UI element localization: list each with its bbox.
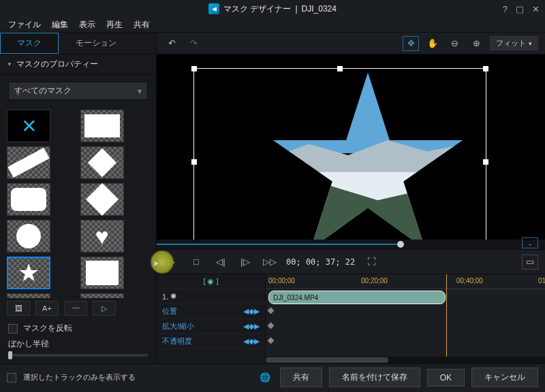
- preview-toolbar: ↶ ↷ ✥ ✋ ⊖ ⊕ フィット: [157, 33, 545, 54]
- zoom-out-icon[interactable]: ⊖: [446, 36, 463, 51]
- tab-motion[interactable]: モーション: [59, 33, 134, 54]
- zoom-fit-select[interactable]: フィット: [490, 36, 538, 50]
- mask-filter-dropdown[interactable]: すべてのマスク: [8, 82, 148, 100]
- playhead[interactable]: [446, 274, 447, 363]
- left-panel: マスク モーション マスクのプロパティー すべてのマスク ✕ ♥ ★ ✸ ☁ 🖼…: [0, 33, 157, 363]
- blur-radius-slider[interactable]: [8, 354, 148, 357]
- transport-bar: ➤ ▷ □ ◁| |▷ ▷▷ 00; 00; 37; 22 ⛶ ▭ ⌄: [157, 249, 545, 274]
- collapse-icon[interactable]: ⌄: [522, 238, 538, 248]
- scrub-bar[interactable]: [157, 240, 545, 249]
- invert-mask-label: マスクを反転: [23, 323, 72, 334]
- mask-stamp[interactable]: [80, 257, 124, 289]
- invert-mask-checkbox[interactable]: [8, 324, 18, 333]
- timeline-tracks[interactable]: 00;00;00 00;20;00 00;40;00 01;00 DJI_032…: [266, 274, 545, 363]
- redo-icon[interactable]: ↷: [185, 36, 202, 51]
- menu-edit[interactable]: 編集: [52, 19, 68, 31]
- prop-scale[interactable]: 拡大/縮小◀◆▶: [157, 319, 265, 334]
- globe-icon[interactable]: 🌐: [257, 370, 273, 385]
- image-tool-icon[interactable]: 🖼: [7, 301, 30, 316]
- file-name: DJI_0324: [302, 4, 337, 14]
- fast-forward-icon[interactable]: ▷▷: [262, 255, 278, 270]
- share-button[interactable]: 共有: [280, 368, 322, 387]
- mask-diag-strip[interactable]: [7, 146, 50, 179]
- mask-rect[interactable]: [80, 110, 124, 142]
- prop-opacity[interactable]: 不透明度◀◆▶: [157, 334, 265, 349]
- undo-icon[interactable]: ↶: [164, 36, 180, 51]
- menu-view[interactable]: 表示: [79, 19, 95, 31]
- mask-cloud[interactable]: ☁: [80, 293, 124, 298]
- save-as-button[interactable]: 名前を付けて保存: [329, 368, 420, 387]
- timeline: [ ◉ ] 1. ✱ 位置◀◆▶ 拡大/縮小◀◆▶ 不透明度◀◆▶ 00;00;…: [157, 274, 545, 363]
- titlebar: ◀ マスク デザイナー | DJI_0324 ? ▢ ✕: [0, 0, 545, 18]
- timeline-scrollbar[interactable]: [266, 357, 545, 363]
- mask-rhombus[interactable]: [80, 183, 124, 216]
- clip-dji[interactable]: DJI_0324.MP4: [268, 291, 446, 304]
- cancel-button[interactable]: キャンセル: [471, 368, 538, 387]
- window-title: ◀ マスク デザイナー | DJI_0324: [208, 3, 337, 15]
- mask-grid: ✕ ♥ ★ ✸ ☁: [0, 107, 156, 298]
- next-frame-icon[interactable]: |▷: [237, 255, 253, 270]
- mask-circle[interactable]: [7, 220, 50, 252]
- mask-none[interactable]: ✕: [7, 110, 50, 142]
- close-icon[interactable]: ✕: [532, 4, 540, 14]
- time-ruler[interactable]: 00;00;00 00;20;00 00;40;00 01;00: [266, 274, 545, 289]
- masked-video: [269, 69, 467, 240]
- app-logo-icon: ◀: [208, 3, 219, 14]
- fullscreen-icon[interactable]: ⛶: [363, 255, 379, 270]
- mask-star[interactable]: ★: [7, 257, 50, 289]
- prev-frame-icon[interactable]: ◁|: [213, 255, 229, 270]
- show-selected-checkbox[interactable]: [7, 373, 16, 382]
- invert-mask-row[interactable]: マスクを反転: [0, 318, 156, 338]
- cursor-highlight: ➤: [150, 250, 174, 274]
- menu-share[interactable]: 共有: [134, 19, 150, 31]
- footer: 選択したトラックのみを表示する 🌐 共有 名前を付けて保存 OK キャンセル: [0, 363, 545, 391]
- tab-mask[interactable]: マスク: [0, 33, 59, 54]
- prop-position[interactable]: 位置◀◆▶: [157, 304, 265, 319]
- blur-radius-label: ぼかし半径: [8, 339, 49, 348]
- app-name: マスク デザイナー: [223, 3, 291, 15]
- transform-bbox[interactable]: [193, 68, 486, 240]
- mask-tools: 🖼 A+ 〰 ▷: [0, 298, 156, 318]
- preview-canvas[interactable]: [157, 54, 545, 240]
- mask-rounded[interactable]: [7, 183, 50, 216]
- pen-tool-icon[interactable]: ▷: [93, 301, 116, 316]
- zoom-in-icon[interactable]: ⊕: [468, 36, 484, 51]
- track-header[interactable]: [ ◉ ]: [157, 274, 265, 289]
- title-sep: |: [295, 4, 297, 14]
- mask-heart[interactable]: ♥: [80, 220, 124, 252]
- snapshot-icon[interactable]: ▭: [522, 255, 538, 270]
- menu-file[interactable]: ファイル: [8, 19, 41, 31]
- move-icon[interactable]: ✥: [403, 36, 419, 51]
- hand-icon[interactable]: ✋: [424, 36, 441, 51]
- mask-diamond[interactable]: [80, 146, 124, 179]
- menu-play[interactable]: 再生: [106, 19, 123, 31]
- show-selected-label: 選択したトラックのみを表示する: [23, 372, 136, 382]
- menubar: ファイル 編集 表示 再生 共有: [0, 18, 545, 33]
- brush-tool-icon[interactable]: 〰: [64, 301, 87, 316]
- help-icon[interactable]: ?: [503, 4, 508, 14]
- section-mask-props[interactable]: マスクのプロパティー: [0, 54, 156, 75]
- stop-icon[interactable]: □: [188, 255, 204, 270]
- text-tool-icon[interactable]: A+: [35, 301, 59, 316]
- ok-button[interactable]: OK: [427, 369, 465, 387]
- track-1[interactable]: 1. ✱: [157, 289, 265, 304]
- maximize-icon[interactable]: ▢: [516, 4, 524, 14]
- mask-burst[interactable]: ✸: [7, 293, 50, 298]
- timecode: 00; 00; 37; 22: [286, 257, 355, 267]
- svg-rect-1: [269, 69, 467, 153]
